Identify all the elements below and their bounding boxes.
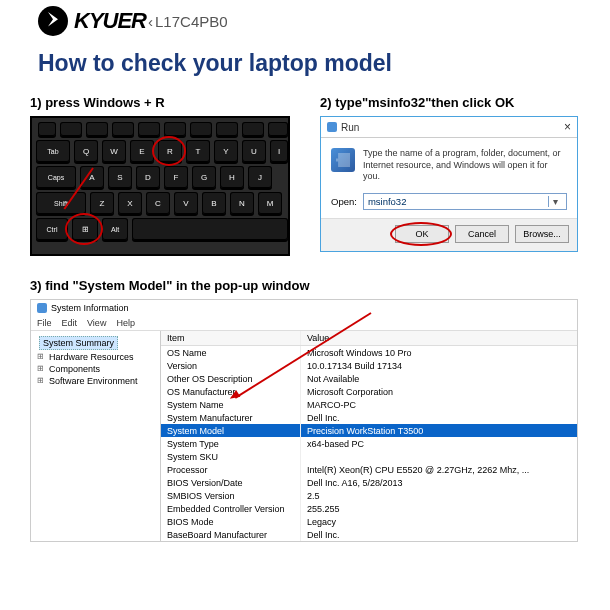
brand-header: KYUER L17C4PB0 <box>0 0 610 36</box>
t-key: T <box>186 140 210 162</box>
table-row[interactable]: BIOS ModeLegacy <box>161 515 577 528</box>
q-key: Q <box>74 140 98 162</box>
nav-tree: System Summary Hardware Resources Compon… <box>31 331 161 541</box>
table-row[interactable]: System NameMARCO-PC <box>161 398 577 411</box>
table-row[interactable]: BaseBoard ManufacturerDell Inc. <box>161 528 577 541</box>
table-row[interactable]: Embedded Controller Version255.255 <box>161 502 577 515</box>
table-row[interactable]: System ModelPrecision WorkStation T3500 <box>161 424 577 437</box>
table-row[interactable]: OS ManufacturerMicrosoft Corporation <box>161 385 577 398</box>
info-table: Item Value OS NameMicrosoft Windows 10 P… <box>161 331 577 541</box>
sysinfo-icon <box>37 303 47 313</box>
menu-view[interactable]: View <box>87 318 106 328</box>
cancel-button[interactable]: Cancel <box>455 225 509 243</box>
col-item: Item <box>161 331 301 345</box>
i-key: I <box>270 140 288 162</box>
col-value: Value <box>301 331 577 345</box>
table-row[interactable]: System SKU <box>161 450 577 463</box>
table-row[interactable]: Other OS DescriptionNot Available <box>161 372 577 385</box>
e-key: E <box>130 140 154 162</box>
system-information-window: System Information File Edit View Help S… <box>30 299 578 542</box>
table-row[interactable]: SMBIOS Version2.5 <box>161 489 577 502</box>
tree-system-summary[interactable]: System Summary <box>39 336 118 350</box>
run-icon-small <box>327 122 337 132</box>
step-3-label: 3) find "System Model" in the pop-up win… <box>30 278 580 293</box>
step-1-label: 1) press Windows + R <box>30 95 290 110</box>
menu-help[interactable]: Help <box>116 318 135 328</box>
step-3: 3) find "System Model" in the pop-up win… <box>0 256 610 542</box>
space-key <box>132 218 288 240</box>
table-row[interactable]: ProcessorIntel(R) Xeon(R) CPU E5520 @ 2.… <box>161 463 577 476</box>
windows-key-highlight <box>65 213 103 245</box>
tree-software[interactable]: Software Environment <box>35 375 156 387</box>
shift-key: Shift <box>36 192 86 214</box>
table-row[interactable]: System ManufacturerDell Inc. <box>161 411 577 424</box>
tab-key: Tab <box>36 140 70 162</box>
ok-button[interactable]: OK <box>395 225 449 243</box>
y-key: Y <box>214 140 238 162</box>
page-title: How to check your laptop model <box>0 36 610 95</box>
u-key: U <box>242 140 266 162</box>
table-row[interactable]: Version10.0.17134 Build 17134 <box>161 359 577 372</box>
w-key: W <box>102 140 126 162</box>
menu-edit[interactable]: Edit <box>62 318 78 328</box>
table-row[interactable]: BIOS Version/DateDell Inc. A16, 5/28/201… <box>161 476 577 489</box>
close-icon[interactable]: × <box>564 120 571 134</box>
run-app-icon <box>331 148 355 172</box>
run-dialog: Run × Type the name of a program, folder… <box>320 116 578 252</box>
step-2: 2) type"msinfo32"then click OK Run × Typ… <box>320 95 580 256</box>
browse-button[interactable]: Browse... <box>515 225 569 243</box>
alt-key: Alt <box>102 218 128 240</box>
tree-components[interactable]: Components <box>35 363 156 375</box>
step-1: 1) press Windows + R Tab Q W E R T Y U I… <box>30 95 290 256</box>
open-label: Open: <box>331 196 357 207</box>
ctrl-key: Ctrl <box>36 218 68 240</box>
keyboard-image: Tab Q W E R T Y U I Caps A S D F G H J <box>30 116 290 256</box>
run-title: Run <box>341 122 359 133</box>
menu-file[interactable]: File <box>37 318 52 328</box>
tree-hardware[interactable]: Hardware Resources <box>35 351 156 363</box>
table-row[interactable]: OS NameMicrosoft Windows 10 Pro <box>161 346 577 359</box>
step-2-label: 2) type"msinfo32"then click OK <box>320 95 580 110</box>
open-input[interactable]: msinfo32 ▾ <box>363 193 567 210</box>
model-number: L17C4PB0 <box>148 13 228 30</box>
brand-name: KYUER <box>74 8 146 34</box>
dropdown-icon[interactable]: ▾ <box>548 196 562 207</box>
sysinfo-title: System Information <box>51 303 129 313</box>
logo-icon <box>38 6 68 36</box>
menu-bar: File Edit View Help <box>31 316 577 331</box>
run-description: Type the name of a program, folder, docu… <box>363 148 567 183</box>
table-row[interactable]: System Typex64-based PC <box>161 437 577 450</box>
caps-key: Caps <box>36 166 76 188</box>
r-key-highlight <box>152 136 186 166</box>
